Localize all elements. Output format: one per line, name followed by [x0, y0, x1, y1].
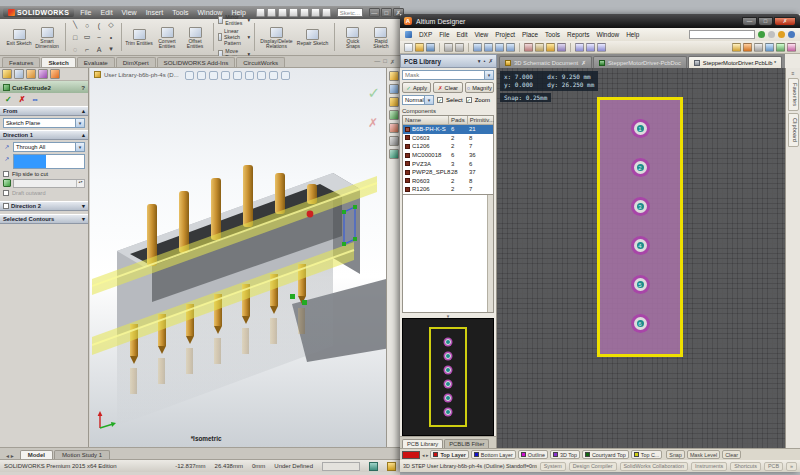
pcb-pad[interactable]: 3 — [634, 200, 647, 213]
layer-tab[interactable]: Courtyard Top — [582, 450, 629, 459]
undo-icon[interactable] — [586, 43, 595, 52]
user-icon[interactable] — [788, 31, 795, 38]
fillet-tool-icon[interactable]: ⌐ — [82, 44, 93, 55]
featuremanager-tree-icon[interactable] — [2, 69, 12, 79]
panel-button[interactable]: SolidWorks Collaboration — [620, 462, 688, 471]
circle-tool-icon[interactable]: ○ — [82, 20, 93, 31]
doc-close-icon[interactable]: ✗ — [390, 58, 395, 65]
arc-tool-icon[interactable]: ( — [94, 20, 105, 31]
flip-side-checkbox[interactable]: Flip side to cut — [3, 171, 85, 177]
line-tool-icon[interactable]: ╲ — [70, 20, 81, 31]
section-view-icon[interactable] — [221, 71, 230, 80]
pcb-pad[interactable]: 6 — [634, 317, 647, 330]
ribbon-button[interactable]: Convert Entities — [153, 25, 181, 50]
place-arc-icon[interactable] — [765, 43, 774, 52]
scrollbar[interactable] — [487, 195, 493, 312]
checkbox-icon[interactable] — [3, 171, 9, 177]
paste-icon[interactable] — [546, 43, 555, 52]
ribbon-button[interactable]: Rapid Sketch — [367, 25, 395, 50]
spinner-arrows[interactable]: ▴▾ — [76, 180, 84, 187]
zoom-in-icon[interactable] — [473, 43, 482, 52]
menu-item[interactable]: Edit — [101, 9, 113, 16]
magnify-button[interactable]: ○Magnify — [465, 82, 494, 93]
menu-item[interactable]: Insert — [146, 9, 164, 16]
split-buttons[interactable]: ≡ — [792, 70, 795, 76]
rectangle-tool-icon[interactable]: □ — [70, 32, 81, 43]
scene-icon[interactable] — [281, 71, 290, 80]
save-icon[interactable] — [278, 8, 287, 17]
place-string-icon[interactable] — [754, 43, 763, 52]
layer-tab[interactable]: Top C... — [631, 450, 663, 459]
collapse-icon[interactable]: ▴ — [82, 132, 85, 138]
panel-button[interactable]: PCB — [764, 462, 783, 471]
file-explorer-icon[interactable] — [389, 97, 399, 107]
open-icon[interactable] — [415, 43, 424, 52]
tab-scroll-arrows[interactable]: ◂ ▸ — [6, 452, 14, 459]
layer-bar-button[interactable]: Clear — [722, 450, 741, 459]
options-icon[interactable] — [322, 8, 331, 17]
reverse-direction-icon[interactable]: ↗ — [3, 142, 11, 150]
view-orientation-icon[interactable] — [233, 71, 242, 80]
dropdown-arrow-icon[interactable]: ▾ — [424, 96, 433, 104]
panel-button[interactable]: Shortcuts — [730, 462, 761, 471]
select-checkbox[interactable]: ✓ — [437, 97, 443, 103]
propertymanager-icon[interactable] — [14, 69, 24, 79]
solidworks-forum-icon[interactable] — [389, 149, 399, 159]
command-tab[interactable]: Evaluate — [77, 57, 115, 67]
maximize-button[interactable]: □ — [758, 17, 773, 26]
model-tab[interactable]: Model — [20, 450, 53, 459]
from-section-header[interactable]: From ▴ — [0, 106, 88, 116]
ellipse-tool-icon[interactable]: ◌ — [70, 44, 81, 55]
model-tab[interactable]: Motion Study 1 — [54, 450, 110, 459]
panel-dropdown-icon[interactable]: ▾ — [478, 58, 481, 64]
layer-tab[interactable]: 3D Top — [550, 450, 580, 459]
new-document-icon[interactable] — [256, 8, 265, 17]
pcb-pad[interactable]: 4 — [634, 239, 647, 252]
clipboard-tab[interactable]: Clipboard — [788, 113, 799, 147]
doc-tab[interactable]: StepperMotorDriver-PcbDoc — [593, 56, 687, 68]
point-tool-icon[interactable]: • — [106, 32, 117, 43]
component-row[interactable]: B6B-PH-K-S 6 21 — [403, 125, 493, 134]
slot-tool-icon[interactable]: ▭ — [82, 32, 93, 43]
footprint-preview[interactable] — [402, 318, 494, 436]
help-icon[interactable]: ? — [81, 84, 85, 91]
ribbon-row-button[interactable]: Linear Sketch Pattern▾ — [218, 28, 250, 46]
zoom-area-icon[interactable] — [197, 71, 206, 80]
menu-item[interactable]: Tools — [545, 31, 560, 38]
menu-item[interactable]: Help — [626, 31, 639, 38]
help-advisor-icon[interactable] — [758, 31, 765, 38]
apply-button[interactable]: ✓Apply — [402, 82, 431, 93]
view-palette-icon[interactable] — [389, 110, 399, 120]
menu-item[interactable]: Reports — [567, 31, 589, 38]
end-condition-dropdown[interactable]: Through All ▾ — [13, 142, 85, 152]
panel-button[interactable]: » — [786, 462, 797, 471]
component-row[interactable]: C1206 2 7 — [403, 142, 493, 151]
zoom-out-icon[interactable] — [484, 43, 493, 52]
graphics-viewport[interactable]: User Library-b6b-ph-4s (D... ✓ ✗ — [90, 68, 386, 447]
view-mode-dropdown[interactable]: Normal ▾ — [402, 95, 434, 105]
command-tab[interactable]: DimXpert — [116, 57, 156, 67]
component-row[interactable]: PVZ3A 3 6 — [403, 159, 493, 168]
pcb-pad[interactable]: 1 — [634, 122, 647, 135]
minimize-button[interactable]: — — [369, 8, 380, 17]
checkbox-icon[interactable] — [3, 190, 9, 196]
from-plane-dropdown[interactable]: Sketch Plane ▾ — [3, 118, 85, 128]
component-row[interactable]: R1206 2 7 — [403, 185, 493, 194]
dimxpertmanager-icon[interactable] — [38, 69, 48, 79]
pcb-pad[interactable]: 2 — [634, 161, 647, 174]
menu-item[interactable]: Tools — [172, 9, 188, 16]
custom-properties-icon[interactable] — [389, 136, 399, 146]
panel-button[interactable]: Instruments — [691, 462, 727, 471]
component-row[interactable]: C0603 2 8 — [403, 134, 493, 143]
component-row[interactable]: MC000018 6 36 — [403, 151, 493, 160]
zoom-checkbox[interactable]: ✓ — [466, 97, 472, 103]
preview-button[interactable]: ∞ — [32, 96, 37, 103]
menu-item[interactable]: Window — [596, 31, 619, 38]
license-icon[interactable] — [778, 31, 785, 38]
place-line-icon[interactable] — [732, 43, 741, 52]
doc-tab-active[interactable]: StepperMotorDriver.PcbLib * — [688, 56, 782, 68]
menu-item[interactable]: File — [439, 31, 449, 38]
command-tab[interactable]: CircuitWorks — [236, 57, 285, 67]
new-icon[interactable] — [404, 43, 413, 52]
ribbon-button[interactable]: Repair Sketch — [294, 27, 330, 47]
